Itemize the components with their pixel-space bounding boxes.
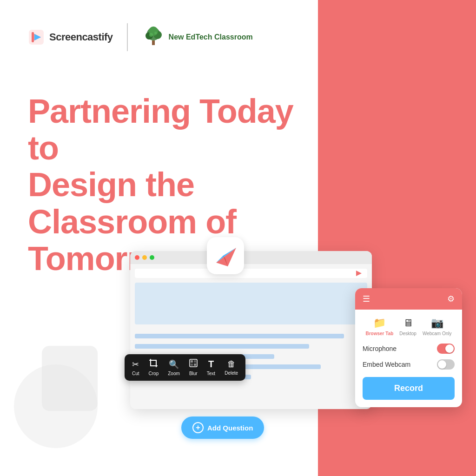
- svg-rect-15: [151, 360, 156, 366]
- toolbar-text[interactable]: T Text: [207, 359, 215, 376]
- svg-marker-12: [216, 248, 236, 266]
- header: Screencastify New EdTech Classroom: [28, 23, 253, 51]
- svg-marker-11: [356, 271, 362, 276]
- screencastify-app-icon[interactable]: [207, 237, 244, 274]
- microphone-knob: [445, 344, 454, 353]
- panel-header: ☰ ⚙: [355, 288, 462, 310]
- panel-menu-icon[interactable]: ☰: [363, 294, 370, 304]
- screencastify-logo: Screencastify: [28, 29, 113, 46]
- cut-label: Cut: [132, 371, 139, 376]
- crop-label: Crop: [149, 371, 159, 376]
- edit-toolbar: ✂ Cut Crop 🔍 Zoom: [125, 354, 245, 381]
- heading-line3: Classroom of: [28, 203, 236, 240]
- toolbar-zoom[interactable]: 🔍 Zoom: [168, 359, 180, 376]
- tab-webcam-label: Webcam Only: [423, 331, 452, 336]
- browser-line-1: [135, 334, 344, 338]
- toolbar-crop[interactable]: Crop: [149, 359, 159, 376]
- browser-record-button[interactable]: [354, 269, 364, 278]
- browser-mockup: [130, 251, 372, 409]
- screencastify-icon: [28, 29, 45, 46]
- svg-point-10: [154, 32, 157, 34]
- netc-logo: New EdTech Classroom: [142, 26, 253, 49]
- heading-line2: Design the: [28, 166, 194, 203]
- embed-webcam-knob: [438, 360, 446, 369]
- tab-desktop[interactable]: 🖥 Desktop: [399, 317, 416, 336]
- svg-rect-17: [191, 360, 193, 363]
- panel-body: 📁 Browser Tab 🖥 Desktop 📷 Webcam Only Mi…: [355, 310, 462, 407]
- zoom-label: Zoom: [168, 371, 180, 376]
- toolbar-delete[interactable]: 🗑 Delete: [225, 359, 238, 376]
- add-question-button[interactable]: + Add Question: [181, 416, 264, 439]
- svg-rect-19: [191, 364, 193, 366]
- svg-rect-18: [194, 360, 196, 363]
- browser-line-2: [135, 344, 309, 349]
- browser-titlebar: [130, 251, 372, 264]
- traffic-yellow: [142, 255, 147, 260]
- main-heading: Partnering Today to Design the Classroom…: [28, 93, 298, 277]
- crop-icon: [149, 359, 158, 370]
- embed-webcam-label: Embed Webcam: [363, 361, 410, 368]
- tab-webcam[interactable]: 📷 Webcam Only: [423, 317, 452, 336]
- panel-gear-icon[interactable]: ⚙: [447, 294, 455, 304]
- zoom-icon: 🔍: [169, 359, 179, 370]
- webcam-icon: 📷: [431, 317, 443, 329]
- svg-rect-8: [152, 40, 155, 45]
- heading-text: Partnering Today to Design the Classroom…: [28, 93, 298, 277]
- plus-icon: +: [192, 422, 204, 433]
- microphone-label: Microphone: [363, 345, 397, 352]
- delete-icon: 🗑: [227, 359, 236, 369]
- text-icon: T: [208, 359, 214, 370]
- traffic-red: [135, 255, 139, 260]
- svg-rect-20: [194, 364, 196, 366]
- embed-webcam-toggle[interactable]: [437, 359, 455, 370]
- browser-tab-icon: 📁: [373, 317, 386, 329]
- page-container: Screencastify New EdTech Classroom Partn…: [0, 0, 476, 476]
- tab-browser[interactable]: 📁 Browser Tab: [365, 317, 393, 336]
- screencastify-panel: ☰ ⚙ 📁 Browser Tab 🖥 Desktop 📷 Webcam Onl…: [355, 288, 462, 407]
- netc-brand-text: New EdTech Classroom: [169, 33, 253, 41]
- toolbar-cut[interactable]: ✂ Cut: [132, 359, 139, 376]
- add-question-label: Add Question: [207, 424, 253, 432]
- deco-rect: [42, 346, 98, 411]
- paper-plane-icon: [214, 244, 237, 267]
- record-button[interactable]: Record: [363, 377, 455, 400]
- tab-browser-label: Browser Tab: [365, 331, 393, 336]
- panel-tabs: 📁 Browser Tab 🖥 Desktop 📷 Webcam Only: [363, 317, 455, 336]
- embed-webcam-row: Embed Webcam: [363, 359, 455, 370]
- tab-desktop-label: Desktop: [399, 331, 416, 336]
- delete-label: Delete: [225, 370, 238, 376]
- microphone-row: Microphone: [363, 344, 455, 354]
- browser-screenshot-area: [135, 283, 367, 324]
- cut-icon: ✂: [132, 359, 139, 370]
- tree-icon: [142, 26, 165, 49]
- svg-point-9: [149, 33, 153, 37]
- browser-address-bar: [135, 269, 367, 278]
- screencastify-brand-text: Screencastify: [49, 31, 113, 43]
- blur-label: Blur: [189, 371, 198, 376]
- svg-rect-2: [32, 32, 34, 42]
- blur-icon: [189, 359, 198, 370]
- toolbar-blur[interactable]: Blur: [189, 359, 198, 376]
- text-label: Text: [207, 371, 215, 376]
- header-divider: [127, 23, 128, 51]
- microphone-toggle[interactable]: [437, 344, 455, 354]
- heading-line1: Partnering Today to: [28, 93, 293, 166]
- desktop-icon: 🖥: [403, 317, 413, 329]
- traffic-green: [150, 255, 154, 260]
